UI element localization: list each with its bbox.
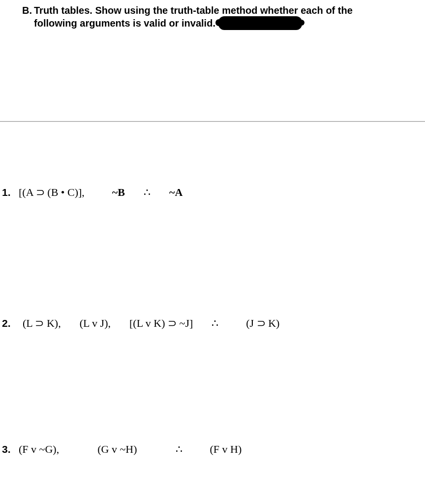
problems-area: 1. [(A ⊃ (B • C)], ~B ∴ ~A 2. (L ⊃ K), (… bbox=[0, 186, 425, 456]
header-line1: B. Truth tables. Show using the truth-ta… bbox=[22, 5, 415, 16]
premise: (L ⊃ K), bbox=[23, 317, 61, 330]
problem-number: 1. bbox=[2, 187, 19, 198]
section-label: B. bbox=[22, 5, 32, 16]
therefore-symbol: ∴ bbox=[212, 317, 218, 330]
premise: [(L v K) ⊃ ~J] bbox=[129, 317, 193, 330]
problem-number: 2. bbox=[2, 317, 19, 329]
divider-line bbox=[0, 121, 425, 122]
problem-3: 3. (F v ~G), (G v ~H) ∴ (F v H) bbox=[2, 443, 423, 456]
header-line2: following arguments is valid or invalid. bbox=[34, 16, 415, 30]
premise: (F v ~G), bbox=[19, 443, 59, 456]
premise: [(A ⊃ (B • C)], bbox=[19, 186, 85, 199]
premise: (G v ~H) bbox=[97, 443, 137, 456]
problem-1: 1. [(A ⊃ (B • C)], ~B ∴ ~A bbox=[2, 186, 423, 199]
problem-2: 2. (L ⊃ K), (L v J), [(L v K) ⊃ ~J] ∴ (J… bbox=[2, 317, 423, 330]
conclusion: ~A bbox=[169, 186, 182, 199]
header-section: B. Truth tables. Show using the truth-ta… bbox=[0, 0, 425, 35]
therefore-symbol: ∴ bbox=[144, 186, 151, 199]
header-text-2: following arguments is valid or invalid. bbox=[34, 18, 215, 29]
premise: ~B bbox=[112, 186, 125, 199]
conclusion: (F v H) bbox=[210, 443, 242, 456]
therefore-symbol: ∴ bbox=[176, 443, 182, 456]
conclusion: (J ⊃ K) bbox=[246, 317, 279, 330]
premise: (L v J), bbox=[80, 317, 111, 330]
redaction-mark bbox=[218, 16, 302, 30]
problem-number: 3. bbox=[2, 443, 19, 455]
header-text-1: Truth tables. Show using the truth-table… bbox=[34, 5, 353, 16]
